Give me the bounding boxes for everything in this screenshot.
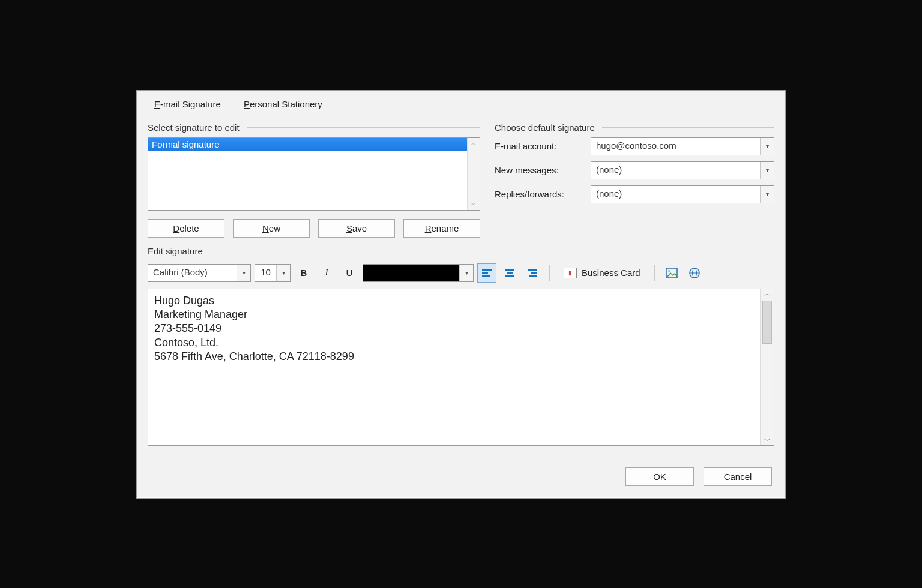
insert-hyperlink-button[interactable] (685, 263, 704, 283)
email-account-combo[interactable]: hugo@contoso.com ▾ (591, 137, 774, 155)
email-account-label: E-mail account: (495, 141, 585, 151)
align-center-icon (505, 269, 514, 277)
list-item[interactable]: Formal signature (148, 138, 467, 151)
replies-forwards-label: Replies/forwards: (495, 189, 585, 199)
tab-email-signature[interactable]: E-mail Signature (143, 95, 232, 113)
default-signature-group: Choose default signature E-mail account:… (495, 119, 774, 238)
edit-signature-group: Edit signature Calibri (Body) ▾ 10 ▾ B I… (148, 246, 774, 446)
hyperlink-icon (688, 267, 701, 279)
align-right-button[interactable] (523, 263, 542, 283)
underline-button[interactable]: U (340, 263, 359, 283)
editor-content[interactable]: Hugo Dugas Marketing Manager 273-555-014… (148, 289, 760, 445)
replies-forwards-combo[interactable]: (none) ▾ (591, 185, 774, 203)
tab-label: ersonal Stationery (250, 99, 322, 109)
ok-button[interactable]: OK (625, 467, 694, 486)
combo-value: hugo@contoso.com (591, 138, 760, 155)
color-swatch (363, 265, 459, 281)
svg-point-1 (668, 270, 670, 272)
scroll-up-icon[interactable]: ︿ (764, 289, 771, 298)
business-card-icon: ▮ (564, 268, 577, 278)
chevron-down-icon[interactable]: ▾ (276, 265, 290, 281)
toolbar-separator (654, 265, 655, 281)
tab-strip: E-mail Signature Personal Stationery (143, 91, 779, 113)
font-color-combo[interactable]: ▾ (363, 264, 474, 282)
toolbar-separator (549, 265, 550, 281)
delete-button[interactable]: Delete (148, 219, 224, 238)
chevron-down-icon[interactable]: ▾ (760, 186, 774, 203)
font-size-combo[interactable]: 10 ▾ (255, 264, 291, 282)
scroll-down-icon[interactable]: ﹀ (471, 200, 477, 209)
scrollbar-thumb[interactable] (762, 301, 772, 344)
tab-content: Select signature to edit Formal signatur… (137, 113, 785, 455)
listbox-scrollbar[interactable]: ︿ ﹀ (467, 138, 480, 210)
signature-listbox[interactable]: Formal signature ︿ ﹀ (148, 137, 480, 211)
align-left-icon (482, 269, 492, 277)
combo-value: (none) (591, 186, 760, 203)
new-button[interactable]: New (233, 219, 310, 238)
new-messages-combo[interactable]: (none) ▾ (591, 161, 774, 179)
bold-button[interactable]: B (294, 263, 313, 283)
chevron-down-icon[interactable]: ▾ (760, 162, 774, 179)
combo-value: Calibri (Body) (148, 265, 237, 281)
signature-editor[interactable]: Hugo Dugas Marketing Manager 273-555-014… (148, 289, 774, 446)
combo-value: (none) (591, 162, 760, 179)
new-messages-label: New messages: (495, 165, 585, 175)
signatures-dialog: E-mail Signature Personal Stationery Sel… (136, 90, 786, 499)
scroll-down-icon[interactable]: ﹀ (764, 436, 771, 445)
tab-label: -mail Signature (160, 99, 221, 109)
insert-picture-button[interactable] (662, 263, 681, 283)
chevron-down-icon[interactable]: ▾ (760, 138, 774, 155)
select-signature-group: Select signature to edit Formal signatur… (148, 119, 480, 238)
dialog-footer: OK Cancel (137, 455, 785, 492)
rename-button[interactable]: Rename (403, 219, 480, 238)
italic-button[interactable]: I (317, 263, 336, 283)
align-left-button[interactable] (477, 263, 496, 283)
font-family-combo[interactable]: Calibri (Body) ▾ (148, 264, 251, 282)
picture-icon (666, 268, 678, 278)
cancel-button[interactable]: Cancel (704, 467, 772, 486)
chevron-down-icon[interactable]: ▾ (459, 265, 473, 281)
chevron-down-icon[interactable]: ▾ (237, 265, 250, 281)
align-center-button[interactable] (500, 263, 519, 283)
save-button[interactable]: Save (318, 219, 395, 238)
tab-personal-stationery[interactable]: Personal Stationery (232, 95, 334, 113)
combo-value: 10 (255, 265, 276, 281)
format-toolbar: Calibri (Body) ▾ 10 ▾ B I U ▾ (148, 261, 774, 285)
group-title: Choose default signature (495, 122, 595, 133)
align-right-icon (528, 269, 537, 277)
scroll-up-icon[interactable]: ︿ (471, 139, 477, 148)
business-card-button[interactable]: ▮ Business Card (557, 261, 647, 285)
editor-scrollbar[interactable]: ︿ ﹀ (760, 289, 774, 445)
